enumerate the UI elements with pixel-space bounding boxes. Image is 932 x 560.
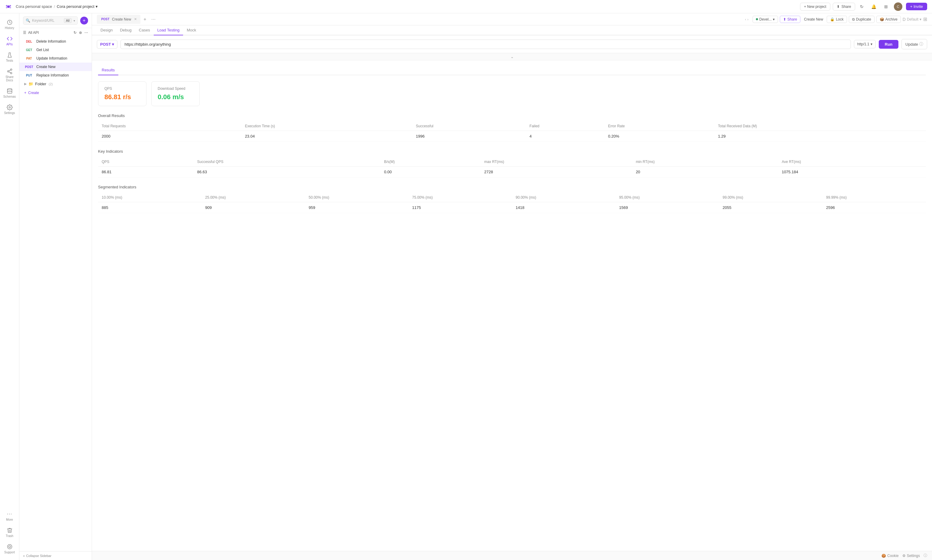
create-button[interactable]: + Create bbox=[19, 88, 92, 97]
folder-icon: 📁 bbox=[28, 82, 33, 86]
sidebar-item-settings[interactable]: Settings bbox=[2, 102, 18, 117]
tab-more-button[interactable]: ⋯ bbox=[150, 16, 157, 23]
share-button[interactable]: ⬆ Share bbox=[780, 16, 800, 23]
collapse-sidebar-button[interactable]: « Collapse Sidebar bbox=[23, 554, 51, 558]
sidebar-toggle-icon[interactable]: ⊞ bbox=[923, 16, 927, 22]
sort-icon[interactable]: ⊛ bbox=[79, 31, 82, 35]
tab-close-icon[interactable]: ✕ bbox=[134, 17, 137, 21]
svg-point-0 bbox=[7, 5, 10, 8]
list-item[interactable]: DEL Delete Information bbox=[19, 37, 92, 46]
cell-qps: 86.81 bbox=[98, 167, 194, 177]
more-actions-icon[interactable]: ⋯ bbox=[85, 31, 88, 35]
trash-icon bbox=[7, 527, 13, 533]
folder-count: (2) bbox=[49, 82, 52, 86]
active-tab[interactable]: POST Create New ✕ bbox=[97, 15, 140, 24]
archive-button[interactable]: 📦 Archive bbox=[876, 16, 901, 23]
env-selector[interactable]: Devel... ▾ bbox=[753, 16, 778, 23]
api-list-header: ☰ All API ↻ ⊛ ⋯ bbox=[19, 28, 92, 37]
folder-item[interactable]: ▶ 📁 Folder (2) bbox=[19, 80, 92, 88]
sub-tabs-row: Design Debug Cases Load Testing Mock bbox=[92, 25, 932, 35]
footer-more-icon[interactable]: ⓘ bbox=[924, 553, 927, 558]
add-tab-button[interactable]: + bbox=[141, 15, 148, 23]
env-dropdown-arrow: ▾ bbox=[773, 17, 775, 22]
folder-label: Folder bbox=[35, 82, 46, 86]
list-item[interactable]: PAT Update Information bbox=[19, 54, 92, 63]
next-icon[interactable]: › bbox=[747, 17, 748, 21]
sidebar-item-tests[interactable]: Tests bbox=[2, 49, 18, 65]
footer-settings-button[interactable]: ⚙ Settings bbox=[902, 554, 920, 558]
overall-results-table: Total Requests Execution Time (s) Succes… bbox=[98, 122, 926, 142]
filter-dropdown-arrow[interactable]: ▾ bbox=[74, 19, 75, 22]
lock-button[interactable]: 🔒 Lock bbox=[827, 16, 847, 23]
method-dropdown-icon: ▾ bbox=[112, 42, 114, 46]
tab-mock[interactable]: Mock bbox=[183, 25, 200, 35]
filter-badge[interactable]: All bbox=[64, 18, 72, 23]
cookie-button[interactable]: 🍪 Cookie bbox=[881, 554, 898, 558]
refresh-list-icon[interactable]: ↻ bbox=[74, 31, 77, 35]
refresh-icon[interactable]: ↻ bbox=[858, 2, 866, 11]
results-tab[interactable]: Results bbox=[98, 65, 118, 75]
list-item-active[interactable]: POST Create New bbox=[19, 63, 92, 71]
sidebar-item-more[interactable]: ··· More bbox=[2, 508, 18, 524]
cell-p10: 885 bbox=[98, 202, 202, 213]
sidebar-item-support[interactable]: Support bbox=[2, 541, 18, 556]
col-max-rt: max RT(ms) bbox=[480, 157, 632, 167]
cell-p90: 1418 bbox=[512, 202, 616, 213]
flask-icon bbox=[7, 52, 13, 58]
api-item-name: Get List bbox=[36, 48, 49, 52]
tab-design[interactable]: Design bbox=[97, 25, 116, 35]
list-item[interactable]: PUT Replace Information bbox=[19, 71, 92, 80]
api-list: DEL Delete Information GET Get List PAT … bbox=[19, 37, 92, 551]
bell-icon[interactable]: 🔔 bbox=[870, 2, 878, 11]
invite-button[interactable]: + Invite bbox=[906, 3, 927, 10]
http-version-selector[interactable]: http/1.1 ▾ bbox=[854, 40, 876, 48]
cell-ave-rt: 1075.184 bbox=[778, 167, 926, 177]
update-button[interactable]: Update ⓘ bbox=[901, 39, 927, 49]
prev-icon[interactable]: ‹ bbox=[745, 17, 746, 21]
sidebar-item-apis[interactable]: APIs bbox=[2, 33, 18, 48]
default-selector[interactable]: D Default ▾ bbox=[903, 17, 921, 22]
topbar-actions: + New project ⬆ Share ↻ 🔔 ⊞ C + Invite bbox=[800, 2, 927, 11]
add-api-button[interactable]: + bbox=[80, 17, 88, 25]
url-input[interactable] bbox=[120, 40, 850, 49]
svg-point-3 bbox=[6, 7, 8, 8]
new-project-button[interactable]: + New project bbox=[800, 3, 830, 11]
sidebar-item-trash[interactable]: Trash bbox=[2, 525, 18, 540]
sidebar-item-schemas[interactable]: Schemas bbox=[2, 86, 18, 101]
segmented-indicators-title: Segmented Indicators bbox=[98, 185, 926, 189]
method-get: GET bbox=[24, 48, 34, 52]
cell-execution-time: 23.04 bbox=[241, 131, 412, 142]
table-header-row: 10.00% (ms) 25.00% (ms) 50.00% (ms) 75.0… bbox=[98, 193, 926, 202]
cell-p99: 2055 bbox=[719, 202, 822, 213]
tab-debug[interactable]: Debug bbox=[116, 25, 135, 35]
sidebar-item-share-docs[interactable]: Share Docs bbox=[2, 66, 18, 85]
svg-point-2 bbox=[10, 5, 11, 6]
method-selector[interactable]: POST ▾ bbox=[97, 40, 117, 49]
svg-point-1 bbox=[6, 5, 8, 6]
search-box[interactable]: 🔍 All ▾ bbox=[23, 16, 78, 25]
cell-successful-qps: 86.63 bbox=[194, 167, 381, 177]
tab-cases[interactable]: Cases bbox=[135, 25, 154, 35]
search-input[interactable] bbox=[32, 18, 62, 23]
cell-total-requests: 2000 bbox=[98, 131, 241, 142]
col-p10: 10.00% (ms) bbox=[98, 193, 202, 202]
logo bbox=[5, 3, 12, 10]
tab-right-actions: ‹ › Devel... ▾ ⬆ Share Create New 🔒 Lock bbox=[745, 16, 927, 23]
plus-icon: + bbox=[24, 91, 26, 95]
layout-icon[interactable]: ⊞ bbox=[882, 2, 890, 11]
table-header-row: QPS Successful QPS B/s(M) max RT(ms) min… bbox=[98, 157, 926, 167]
api-item-name: Create New bbox=[36, 65, 56, 69]
tab-method-badge: POST bbox=[100, 17, 110, 21]
tab-load-testing[interactable]: Load Testing bbox=[154, 25, 184, 35]
list-item[interactable]: GET Get List bbox=[19, 46, 92, 54]
avatar[interactable]: C bbox=[894, 2, 902, 11]
collapse-row[interactable]: ⌄ bbox=[92, 53, 932, 60]
sidebar-item-history[interactable]: History bbox=[2, 17, 18, 32]
share-top-button[interactable]: ⬆ Share bbox=[833, 3, 855, 11]
col-p90: 90.00% (ms) bbox=[512, 193, 616, 202]
duplicate-button[interactable]: ⧉ Duplicate bbox=[849, 16, 875, 23]
api-item-name: Update Information bbox=[36, 56, 67, 60]
run-button[interactable]: Run bbox=[879, 40, 898, 49]
col-p99: 99.00% (ms) bbox=[719, 193, 822, 202]
key-indicators-table: QPS Successful QPS B/s(M) max RT(ms) min… bbox=[98, 157, 926, 177]
